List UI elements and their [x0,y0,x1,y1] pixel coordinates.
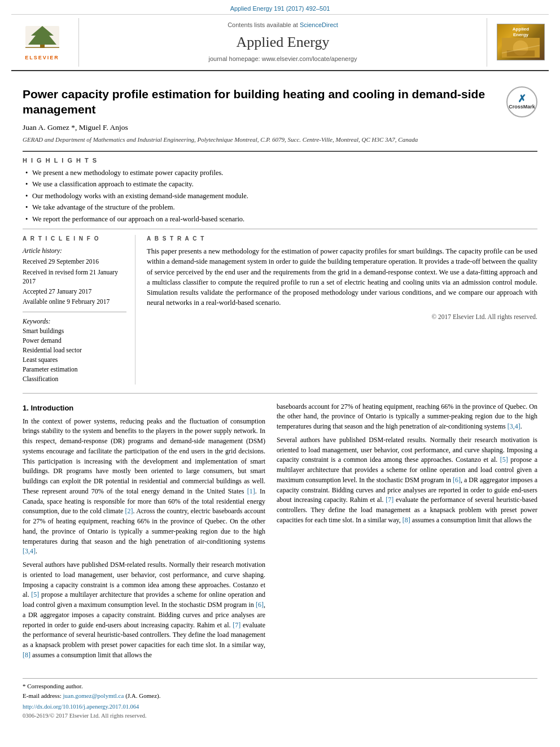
crossmark-label: CrossMark [509,104,535,110]
ref-7-r[interactable]: [7] [386,496,393,504]
keywords-section: Keywords: Smart buildings Power demand R… [23,317,126,384]
divider-before-body [23,393,537,394]
contents-available: Contents lists available at ScienceDirec… [228,21,338,29]
main-content: Power capacity profile estimation for bu… [0,71,560,672]
keyword-item: Residential load sector [23,346,126,355]
keyword-item: Least squares [23,355,126,364]
corresponding-author-note: * Corresponding author. [23,682,537,691]
footer: * Corresponding author. E-mail address: … [23,678,537,725]
body-col-right: baseboards account for 27% of heating eq… [277,402,537,664]
article-title: Power capacity profile estimation for bu… [23,86,537,117]
divider-after-affiliation [23,151,537,152]
email-link[interactable]: juan.gomez@polymtl.ca [63,692,124,699]
list-item: We take advantage of the structure of th… [25,203,537,213]
elsevier-logo-container: ELSEVIER [11,18,79,66]
ref-3-4[interactable]: [3,4] [23,547,36,555]
elsevier-tree-icon [20,23,65,51]
list-item: We use a classification approach to esti… [25,180,537,190]
intro-para2: Several authors have published DSM-relat… [23,560,265,661]
ref-6-r[interactable]: [6] [453,476,461,484]
abstract-column: A B S T R A C T This paper presents a ne… [147,235,537,384]
abstract-label: A B S T R A C T [147,235,537,243]
journal-title-area: Contents lists available at ScienceDirec… [79,18,487,66]
ref-6[interactable]: [6] [256,601,264,609]
journal-homepage: journal homepage: www.elsevier.com/locat… [209,55,357,63]
ref-8[interactable]: [8] [23,651,30,659]
keyword-item: Parameter estimation [23,365,126,374]
copyright-line: © 2017 Elsevier Ltd. All rights reserved… [147,312,537,321]
journal-title: Applied Energy [237,32,330,53]
sciencedirect-link[interactable]: ScienceDirect [300,21,338,28]
badge-art-icon [500,38,542,58]
article-info-column: A R T I C L E I N F O Article history: R… [23,235,135,384]
ref-8-r[interactable]: [8] [403,516,410,524]
divider-after-highlights [23,229,537,229]
article-title-area: Power capacity profile estimation for bu… [23,86,537,117]
highlights-section-label: H I G H L I G H T S [23,156,537,165]
authors-line: Juan A. Gomez *, Miguel F. Anjos [23,123,537,133]
elsevier-logo: ELSEVIER [20,23,65,62]
badge-label: AppliedEnergy [513,27,529,37]
keyword-item: Power demand [23,336,126,345]
list-item: We report the performance of our approac… [25,215,537,225]
keyword-item: Classification [23,374,126,383]
email-line: E-mail address: juan.gomez@polymtl.ca (J… [23,692,537,700]
ref-7[interactable]: [7] [233,621,240,629]
page-wrapper: Applied Energy 191 (2017) 492–501 ELSEVI… [0,0,560,747]
journal-volume-info: Applied Energy 191 (2017) 492–501 [0,0,560,14]
right-para2: Several authors have published DSM-relat… [277,435,537,526]
right-para1: baseboards account for 27% of heating eq… [277,402,537,432]
ref-1[interactable]: [1] [247,487,255,495]
list-item: Our methodology works with an existing d… [25,191,537,202]
keyword-item: Smart buildings [23,326,126,335]
abstract-text: This paper presents a new methodology fo… [147,246,537,308]
crossmark-x-icon: ✗ [518,94,526,104]
list-item: We present a new methodology to estimate… [25,168,537,178]
article-info-label: A R T I C L E I N F O [23,235,126,243]
journal-header: ELSEVIER Contents lists available at Sci… [11,14,549,71]
article-info-abstract-area: A R T I C L E I N F O Article history: R… [23,235,537,384]
body-content-area: 1. Introduction In the context of power … [23,402,537,664]
body-col-left: 1. Introduction In the context of power … [23,402,265,664]
article-history: Article history: Received 29 September 2… [23,246,126,306]
revised-date: Received in revised form 21 January 2017 [23,268,126,286]
intro-heading: 1. Introduction [23,403,265,413]
ref-5[interactable]: [5] [31,591,39,599]
received-date: Received 29 September 2016 [23,257,126,266]
elsevier-brand-text: ELSEVIER [20,54,65,62]
accepted-date: Accepted 27 January 2017 [23,287,126,296]
states-text: States [228,487,244,495]
affiliation: GERAD and Department of Mathematics and … [23,136,537,144]
available-date: Available online 9 February 2017 [23,297,126,306]
divider-keywords [23,312,126,312]
keywords-label: Keywords: [23,317,126,326]
ref-5-r[interactable]: [5] [500,456,508,464]
journal-badge-container: AppliedEnergy [487,18,549,66]
highlights-list: We present a new methodology to estimate… [25,168,537,225]
footer-copyright: 0306-2619/© 2017 Elsevier Ltd. All right… [23,712,537,720]
doi-link[interactable]: http://dx.doi.org/10.1016/j.apenergy.201… [23,703,537,711]
history-label: Article history: [23,246,126,255]
intro-para1: In the context of power systems, reducin… [23,417,265,557]
applied-energy-badge: AppliedEnergy [497,24,545,60]
crossmark-badge[interactable]: ✗ CrossMark [506,86,537,117]
ref-2[interactable]: [2] [125,507,133,515]
ref-3-4-r[interactable]: [3,4] [508,422,520,430]
